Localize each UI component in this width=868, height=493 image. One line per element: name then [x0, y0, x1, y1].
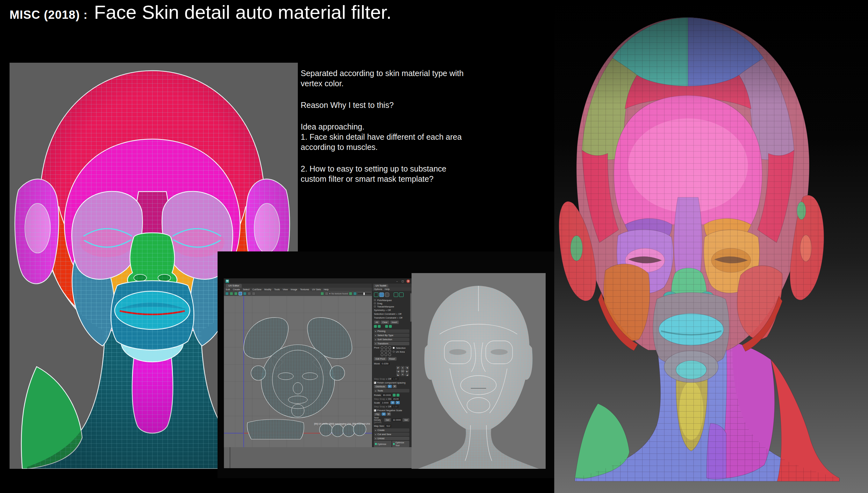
menu-item[interactable]: UV Sets — [312, 288, 321, 291]
scale-value[interactable]: 2.0000 — [381, 401, 390, 404]
close-button[interactable]: ✕ — [407, 279, 410, 283]
move-arrow-pad[interactable]: ◤▲◥ ◀uv▶ ◣▼◢ — [374, 366, 409, 376]
dye-icon[interactable] — [349, 292, 352, 295]
grid-icon — [325, 292, 328, 295]
tab-uv-editor[interactable]: UV Editor — [226, 284, 242, 288]
rotate-ccw-icon[interactable] — [393, 394, 396, 396]
tab-uv-toolkit[interactable]: UV Toolkit — [374, 284, 388, 287]
toolkit-menu-item[interactable]: Options — [374, 288, 382, 291]
texture-selector[interactable]: ▾ No texture found — [321, 292, 348, 295]
move-value[interactable]: 0.0250 — [381, 362, 389, 365]
pivot-uvarea-label: UV Area — [396, 350, 405, 353]
distribute-button[interactable]: Distribute — [374, 385, 387, 388]
constraint-label: Transform Constraint — [374, 316, 396, 319]
section-select-by-type[interactable]: ▸Select By Type — [374, 334, 409, 337]
menu-item[interactable]: Tools — [274, 288, 280, 291]
image-icon — [321, 292, 324, 295]
constraint-value: Off — [398, 313, 401, 316]
move-uv-icon: uv — [401, 369, 405, 373]
match-uv-icon[interactable] — [389, 325, 392, 328]
map-size-value[interactable]: 512 — [386, 425, 391, 427]
distortion-icon[interactable] — [234, 292, 237, 295]
viewport-panel[interactable] — [412, 273, 546, 469]
action-button[interactable]: All — [374, 321, 380, 324]
menu-item[interactable]: Cut/Sew — [252, 288, 261, 291]
align-center-icon[interactable] — [378, 325, 381, 328]
move-step-snap-value[interactable]: Off — [388, 378, 391, 380]
menu-item[interactable]: Help — [324, 288, 328, 291]
radio-icon — [374, 302, 376, 304]
section-create[interactable]: ▸Create — [374, 428, 409, 432]
page-title: MISC (2018) : Face Skin detail auto mate… — [9, 1, 391, 23]
distribute-u-button[interactable]: U — [388, 385, 392, 388]
section-transform[interactable]: ▾Transform — [374, 342, 409, 345]
action-button[interactable]: Invert — [390, 321, 399, 324]
right-head-render — [554, 0, 868, 493]
edit-pivot-button[interactable]: Edit Pivot — [374, 357, 387, 361]
notes-paragraph: Separated according to skin material typ… — [301, 68, 517, 88]
scale-v-button[interactable]: V — [396, 401, 400, 404]
menu-item[interactable]: Textures — [300, 288, 309, 291]
section-soft-selection[interactable]: ▸Soft Selection — [374, 338, 409, 341]
title-main: Face Skin detail auto material filter. — [94, 1, 391, 23]
chevron-down-icon: ▾ — [397, 317, 398, 319]
snap-together-icon[interactable] — [385, 325, 388, 328]
menu-item[interactable]: Edit — [226, 288, 230, 291]
rotate-cw-icon[interactable] — [397, 394, 399, 396]
unfold-button[interactable]: Optimize — [374, 441, 391, 447]
isolate-icon[interactable] — [394, 293, 398, 297]
flip-v-button[interactable]: V — [387, 412, 391, 416]
maya-titlebar[interactable]: M – ▢ ✕ — [224, 278, 412, 284]
minimize-button[interactable]: – — [395, 279, 399, 283]
constraint-label: Symmetry — [374, 309, 385, 312]
get-button[interactable]: Get — [384, 418, 391, 422]
rotate-value[interactable]: 90.0000 — [382, 394, 392, 396]
texel-value[interactable]: 32.0000 — [392, 419, 402, 422]
align-left-icon[interactable] — [374, 325, 377, 328]
rotate-step-snap-step: 15.00 — [392, 398, 400, 400]
section-cut-and-sew[interactable]: ▸Cut and Sew — [374, 432, 409, 436]
menu-item[interactable]: Select — [243, 288, 249, 291]
pixel-snap-icon[interactable] — [252, 292, 255, 295]
action-button[interactable]: Clear — [381, 321, 389, 324]
shaded-icon[interactable] — [230, 292, 233, 295]
section-tools[interactable]: ▸Tools — [374, 389, 409, 392]
grid-toggle-icon[interactable] — [399, 293, 404, 297]
pivot-grid[interactable] — [381, 346, 391, 356]
menu-item[interactable]: Modify — [264, 288, 271, 291]
restore-button[interactable]: ▢ — [401, 279, 405, 283]
unfold-button[interactable]: Optimize Tool — [392, 441, 410, 447]
flip-button[interactable]: Flip — [374, 412, 381, 416]
menu-item[interactable]: Image — [290, 288, 297, 291]
uv-display-icon[interactable] — [225, 292, 229, 295]
flip-u-button[interactable]: U — [381, 412, 386, 416]
texture-border-icon[interactable] — [243, 292, 247, 295]
move-step-snap-step: 1.00 — [392, 378, 398, 380]
rotate-step-snap-value[interactable]: On — [388, 398, 391, 400]
title-prefix: MISC (2018) : — [9, 8, 88, 22]
section-unfold[interactable]: ▾Unfold — [374, 437, 409, 440]
shell-select-icon[interactable] — [379, 293, 384, 297]
checkbox-icon[interactable] — [374, 382, 376, 384]
set-button[interactable]: Set — [402, 418, 409, 422]
toolkit-menu-item[interactable]: Help — [385, 288, 390, 291]
scale-step-snap-value[interactable]: Off — [388, 405, 391, 408]
uv-select-icon[interactable] — [374, 293, 378, 297]
menu-item[interactable]: View — [283, 288, 288, 291]
object-select-icon[interactable] — [385, 293, 389, 297]
exposure-icon[interactable] — [353, 292, 357, 295]
constraint-value: Off — [388, 309, 391, 312]
reset-pivot-button[interactable]: Reset — [388, 357, 397, 361]
scale-u-button[interactable]: U — [391, 401, 395, 404]
section-pinning[interactable]: ▸Pinning — [374, 329, 409, 333]
uv-canvas[interactable]: [59] UV shells, [590] overlapping UVs, [… — [224, 296, 372, 447]
grid-snap-icon[interactable] — [248, 292, 251, 295]
marquee-mode-label: Drag — [377, 302, 382, 305]
notes-paragraph: 2. How to easy to setting up to substanc… — [301, 164, 517, 184]
checker-icon[interactable] — [239, 292, 242, 295]
radio-icon — [393, 351, 395, 352]
menu-item[interactable]: Create — [233, 288, 240, 291]
distribute-v-button[interactable]: V — [393, 385, 397, 388]
gain-slider[interactable] — [358, 294, 371, 294]
checkbox-icon[interactable] — [374, 409, 376, 411]
